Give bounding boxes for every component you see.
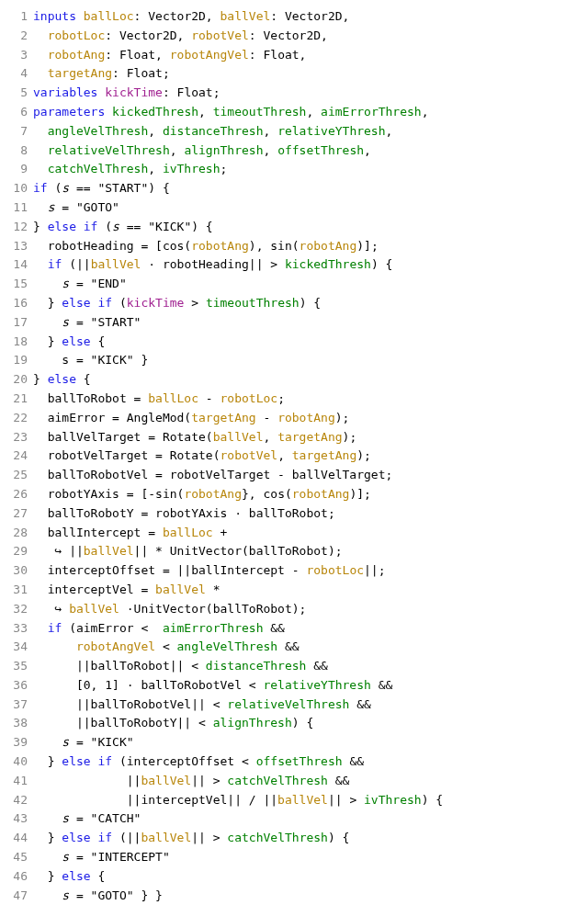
token-name: robotLoc — [48, 28, 106, 42]
token-param: distanceThresh — [163, 124, 264, 138]
token-param: angleVelThresh — [48, 124, 149, 138]
token-kw: else — [48, 372, 76, 386]
token-txt: = "INTERCEPT" — [69, 850, 170, 864]
line-number: 33 — [7, 619, 28, 639]
code-line: 36 [0, 1] · ballToRobotVel < relativeYTh… — [7, 676, 581, 696]
line-content: ballVelTarget = Rotate(ballVel, targetAn… — [33, 428, 356, 447]
token-txt: ·UnitVector(ballToRobot); — [119, 602, 307, 616]
token-txt — [33, 639, 76, 653]
token-txt: ( — [48, 181, 62, 195]
code-line: 9 catchVelThresh, ivThresh; — [7, 160, 581, 179]
line-content: ↪ ||ballVel|| * UnitVector(ballToRobot); — [33, 542, 343, 561]
line-content: } else { — [33, 867, 105, 887]
token-txt: robotVelTarget = Rotate( — [33, 448, 220, 462]
token-name: robotAng — [191, 239, 249, 253]
code-line: 31 interceptVel = ballVel * — [7, 581, 581, 600]
token-txt: ) { — [422, 793, 443, 807]
line-content: ||ballToRobotY|| < alignThresh) { — [33, 714, 313, 733]
line-number: 35 — [7, 657, 28, 676]
token-txt: || > — [191, 774, 227, 787]
token-param: offsetThresh — [277, 143, 364, 157]
token-txt: : Vector2D, — [249, 28, 328, 42]
token-txt: (interceptOffset < — [112, 754, 256, 768]
token-name: targetAng — [292, 448, 356, 462]
line-number: 42 — [7, 791, 28, 810]
line-number: 21 — [7, 390, 28, 409]
token-txt: ballToRobotVel = robotVelTarget - ballVe… — [33, 468, 392, 481]
line-number: 4 — [7, 64, 28, 84]
line-number: 6 — [7, 103, 28, 122]
line-number: 47 — [7, 887, 28, 905]
line-number: 17 — [7, 313, 28, 333]
code-line: 17 s = "START" — [7, 313, 581, 333]
token-param: ivThresh — [364, 793, 422, 807]
code-line: 24 robotVelTarget = Rotate(robotVel, tar… — [7, 447, 581, 466]
line-content: ||ballVel|| > catchVelThresh && — [33, 772, 349, 791]
token-txt: } — [33, 831, 62, 844]
token-txt: : Float, — [249, 48, 307, 62]
token-txt: ; — [277, 391, 285, 405]
line-content: if (||ballVel · robotHeading|| > kickedT… — [33, 255, 392, 275]
token-txt: + — [213, 526, 228, 539]
code-line: 38 ||ballToRobotY|| < alignThresh) { — [7, 714, 581, 733]
token-param: offsetThresh — [256, 754, 343, 768]
line-number: 2 — [7, 27, 28, 46]
token-kw: parameters — [33, 105, 105, 119]
token-name: robotLoc — [220, 391, 278, 405]
line-number: 23 — [7, 428, 28, 447]
token-txt: ballVelTarget = Rotate( — [33, 430, 213, 444]
token-txt: : Float; — [112, 66, 170, 80]
token-txt: || > — [191, 831, 227, 844]
token-name: ballVel — [213, 430, 264, 444]
line-number: 7 — [7, 122, 28, 141]
token-txt — [76, 9, 84, 23]
code-line: 12} else if (s == "KICK") { — [7, 218, 581, 237]
token-txt — [33, 811, 62, 825]
token-name: robotVel — [220, 448, 278, 462]
code-line: 5variables kickTime: Float; — [7, 84, 581, 103]
token-txt: { — [91, 334, 106, 348]
token-txt — [33, 66, 48, 80]
token-name: robotAngVel — [76, 639, 155, 653]
token-txt: || * UnitVector(ballToRobot); — [134, 544, 343, 558]
token-txt: ballIntercept = — [33, 526, 163, 539]
token-name: robotAng — [300, 239, 357, 253]
token-txt: ||ballToRobotVel|| < — [33, 697, 227, 711]
token-txt: ||; — [364, 563, 385, 577]
token-txt — [33, 277, 62, 290]
line-number: 1 — [7, 7, 28, 27]
line-content: } else if (||ballVel|| > catchVelThresh)… — [33, 829, 349, 848]
token-name: robotAng — [277, 411, 335, 424]
token-name: robotAng — [184, 487, 242, 501]
line-number: 19 — [7, 351, 28, 370]
token-name: ballLoc — [163, 526, 213, 539]
token-txt — [33, 621, 48, 635]
token-txt: , — [198, 105, 213, 119]
token-txt: } — [33, 372, 48, 386]
line-content: robotVelTarget = Rotate(robotVel, target… — [33, 447, 371, 466]
line-content: s = "KICK" } — [33, 351, 148, 370]
token-kw: inputs — [33, 9, 76, 23]
line-number: 31 — [7, 581, 28, 600]
token-txt: < — [155, 639, 176, 653]
token-kw: if — [48, 621, 62, 635]
token-txt: ↪ || — [33, 544, 84, 558]
code-line: 21 ballToRobot = ballLoc - robotLoc; — [7, 390, 581, 409]
code-line: 8 relativeVelThresh, alignThresh, offset… — [7, 141, 581, 161]
token-txt — [33, 143, 48, 157]
token-txt: } — [33, 296, 62, 310]
code-line: 10if (s == "START") { — [7, 179, 581, 198]
line-content: ||interceptVel|| / ||ballVel|| > ivThres… — [33, 791, 443, 810]
line-content: [0, 1] · ballToRobotVel < relativeYThres… — [33, 676, 392, 696]
token-kw: else if — [48, 220, 98, 233]
code-line: 1inputs ballLoc: Vector2D, ballVel: Vect… — [7, 7, 581, 27]
code-line: 46 } else { — [7, 867, 581, 887]
token-txt — [33, 315, 62, 329]
token-txt: , — [148, 124, 163, 138]
line-number: 3 — [7, 46, 28, 65]
token-txt: > — [184, 296, 205, 310]
token-txt: : Float, — [105, 48, 169, 62]
line-number: 9 — [7, 160, 28, 179]
token-txt: ballToRobot = — [33, 391, 148, 405]
token-txt: aimError = AngleMod( — [33, 411, 191, 424]
